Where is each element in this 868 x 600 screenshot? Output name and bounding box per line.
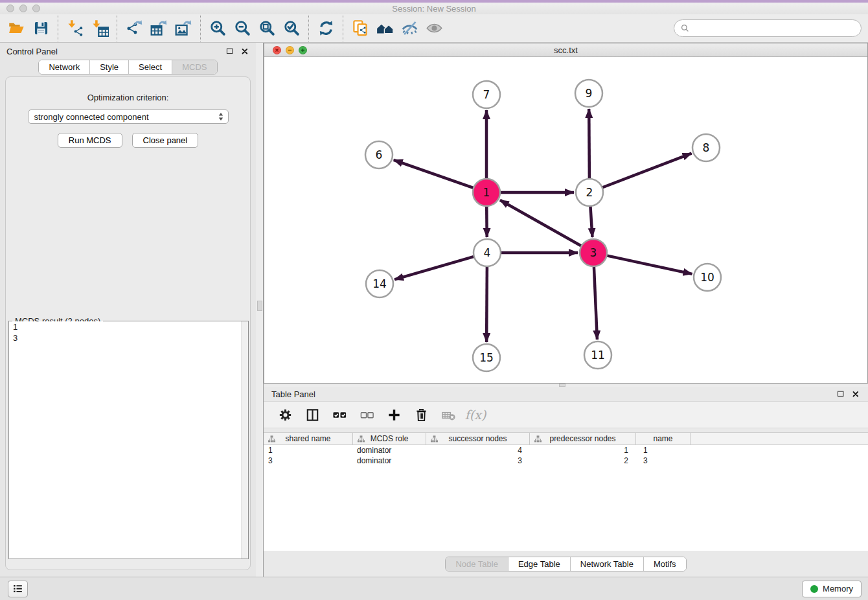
zoom-fit-icon <box>258 19 276 37</box>
graph-node-7[interactable]: 7 <box>473 81 500 108</box>
save-session-button[interactable] <box>29 16 53 41</box>
cell-predecessor-nodes: 2 <box>530 456 636 465</box>
delete-table-button[interactable] <box>440 406 457 423</box>
splitter-grip[interactable] <box>559 384 565 387</box>
run-mcds-button[interactable]: Run MCDS <box>58 133 122 148</box>
show-all-columns-button[interactable] <box>331 406 348 423</box>
graph-edge-2-3[interactable] <box>590 206 592 237</box>
tab-mcds[interactable]: MCDS <box>172 60 216 74</box>
close-panel-icon[interactable] <box>851 389 860 398</box>
graph-node-2[interactable]: 2 <box>576 179 603 206</box>
table-row[interactable]: 1dominator411 <box>264 445 868 456</box>
duplicate-network-button[interactable] <box>348 16 372 41</box>
function-builder-button[interactable]: f(x) <box>467 406 484 423</box>
float-panel-icon[interactable] <box>836 389 845 398</box>
vertical-splitter[interactable] <box>256 43 264 577</box>
stepper-arrows-icon <box>218 111 224 122</box>
network-window-titlebar[interactable]: scc.txt <box>264 43 867 57</box>
tab-motifs[interactable]: Motifs <box>643 557 686 571</box>
graph-edge-1-6[interactable] <box>394 160 474 188</box>
tab-style[interactable]: Style <box>89 60 128 74</box>
cell-shared-name: 3 <box>264 456 353 465</box>
graph-node-14[interactable]: 14 <box>366 270 393 297</box>
refresh-view-button[interactable] <box>314 16 338 41</box>
houses-icon <box>376 19 394 37</box>
hide-all-columns-button[interactable] <box>358 406 375 423</box>
table-row[interactable]: 3dominator323 <box>264 456 868 466</box>
svg-text:7: 7 <box>483 88 490 101</box>
graph-node-11[interactable]: 11 <box>584 341 611 369</box>
column-header-shared-name[interactable]: shared name <box>264 433 353 444</box>
open-session-button[interactable] <box>4 16 29 41</box>
scrollbar-track[interactable] <box>241 321 248 559</box>
float-panel-icon[interactable] <box>225 47 234 56</box>
column-header-successor-nodes[interactable]: successor nodes <box>426 433 530 444</box>
node-table: shared nameMCDS rolesuccessor nodesprede… <box>264 432 868 551</box>
zoom-selected-button[interactable] <box>279 16 304 41</box>
column-label: MCDS role <box>371 434 409 443</box>
search-input[interactable] <box>694 23 855 33</box>
application-window: Session: New Session Control Panel Netwo… <box>0 0 868 600</box>
graph-edge-4-14[interactable] <box>394 257 474 280</box>
search-box[interactable] <box>674 19 862 37</box>
toolbar <box>0 14 868 43</box>
graph-edge-1-4[interactable] <box>486 206 487 237</box>
graph-node-3[interactable]: 3 <box>580 239 607 266</box>
tab-select[interactable]: Select <box>128 60 172 74</box>
first-neighbors-button[interactable] <box>372 16 397 41</box>
mcds-result-list[interactable]: 13 <box>9 321 248 559</box>
splitter-grip[interactable] <box>257 301 262 311</box>
graph-edge-3-1[interactable] <box>500 200 582 246</box>
horizontal-splitter[interactable] <box>264 384 868 387</box>
eye-gray-icon <box>426 19 443 37</box>
graph-edge-3-11[interactable] <box>594 266 597 340</box>
graph-edge-2-8[interactable] <box>602 154 692 188</box>
table-toolbar: f(x) <box>264 401 868 428</box>
graph-node-9[interactable]: 9 <box>575 80 602 107</box>
split-table-view-button[interactable] <box>304 406 321 423</box>
column-header-predecessor-nodes[interactable]: predecessor nodes <box>530 433 636 444</box>
import-table-button[interactable] <box>87 16 112 41</box>
tab-network[interactable]: Network <box>39 60 89 74</box>
network-canvas[interactable]: 1234678910111415 <box>264 57 867 383</box>
memory-button[interactable]: Memory <box>802 581 862 597</box>
graph-node-1[interactable]: 1 <box>473 179 500 206</box>
tab-network-table[interactable]: Network Table <box>570 557 643 571</box>
tab-node-table[interactable]: Node Table <box>446 557 508 571</box>
create-column-button[interactable] <box>385 406 402 423</box>
graph-node-6[interactable]: 6 <box>365 141 393 168</box>
graph-node-8[interactable]: 8 <box>692 134 720 161</box>
column-settings-button[interactable] <box>277 406 293 423</box>
show-hidden-button[interactable] <box>422 16 446 41</box>
column-header-name[interactable]: name <box>636 433 691 444</box>
close-panel-button[interactable]: Close panel <box>132 133 199 148</box>
export-network-button[interactable] <box>122 16 146 41</box>
svg-text:4: 4 <box>484 246 491 259</box>
graph-node-10[interactable]: 10 <box>694 264 721 291</box>
plus-icon <box>387 408 402 422</box>
table-panel-title: Table Panel <box>271 389 315 399</box>
list-icon <box>12 583 24 595</box>
export-table-button[interactable] <box>146 16 171 41</box>
task-history-button[interactable] <box>8 581 28 597</box>
tab-edge-table[interactable]: Edge Table <box>508 557 570 571</box>
close-panel-icon[interactable] <box>240 47 249 56</box>
zoom-out-button[interactable] <box>230 16 255 41</box>
control-panel: Control Panel NetworkStyleSelectMCDS Opt… <box>0 43 256 577</box>
memory-status-icon <box>810 585 818 593</box>
import-network-button[interactable] <box>63 16 87 41</box>
graph-edge-2-9[interactable] <box>589 109 589 179</box>
criterion-dropdown[interactable]: strongly connected component <box>28 110 229 124</box>
column-header-MCDS-role[interactable]: MCDS role <box>353 433 426 444</box>
graph-node-4[interactable]: 4 <box>474 239 501 266</box>
network-view-window: scc.txt 1234678910111415 <box>264 43 868 384</box>
graph-edge-4-15[interactable] <box>486 266 487 342</box>
delete-column-button[interactable] <box>413 406 429 423</box>
export-image-button[interactable] <box>171 16 196 41</box>
import-table-icon <box>91 19 109 37</box>
graph-edge-3-10[interactable] <box>607 255 692 274</box>
hide-selected-button[interactable] <box>397 16 422 41</box>
zoom-in-button[interactable] <box>205 16 230 41</box>
zoom-fit-button[interactable] <box>255 16 279 41</box>
graph-node-15[interactable]: 15 <box>473 344 500 371</box>
